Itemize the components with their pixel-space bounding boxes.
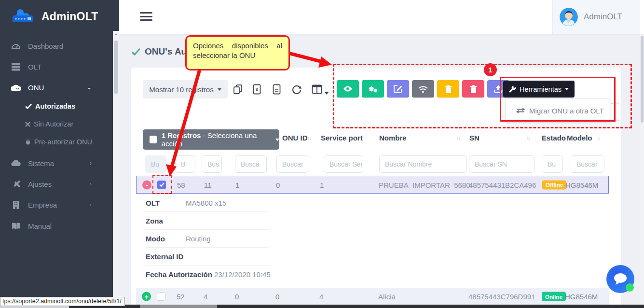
migrate-arrows-icon	[516, 108, 525, 113]
sidebar-item-dashboard[interactable]: Dashboard	[0, 39, 113, 53]
user-menu[interactable]: AdminOLT	[552, 0, 640, 34]
sort-icon[interactable]: ↑↓	[456, 135, 460, 141]
column-header-nombre[interactable]: Nombre	[379, 134, 407, 142]
check-icon	[25, 103, 32, 109]
row-checkbox-unchecked[interactable]	[157, 292, 165, 301]
selection-action-dropdown[interactable]: 1 Registros - Selecciona una acción	[143, 129, 279, 150]
chevron-right-icon: ›	[90, 181, 92, 187]
caret-down-icon[interactable]	[325, 88, 329, 97]
brand-name: AdminOLT	[41, 10, 98, 23]
sidebar-subitem-label: Sin Autorizar	[34, 120, 73, 128]
sidebar-item-autorizadas[interactable]: Autorizadas	[25, 100, 75, 112]
vertical-scrollbar[interactable]	[640, 34, 644, 305]
wrench-icon	[509, 85, 516, 93]
sidebar-item-label: Dashboard	[28, 42, 63, 50]
cell-modelo: HG8546M	[565, 293, 598, 301]
chat-widget-button[interactable]	[606, 265, 634, 293]
cell-c2: 4	[204, 293, 207, 301]
row-checkbox-checked[interactable]	[157, 181, 166, 189]
user-name: AdminOLT	[584, 12, 622, 22]
filter-input-estado[interactable]	[542, 155, 563, 173]
tools-dropdown-menu: Migrar ONU a otra OLT	[505, 98, 610, 123]
filter-input-onu-id[interactable]	[276, 155, 308, 173]
soft-delete-onu-button[interactable]	[437, 80, 459, 98]
avatar	[560, 8, 578, 26]
filter-input-4[interactable]	[235, 155, 267, 173]
detail-row-modo: Modo Routing	[137, 230, 475, 248]
sort-icon[interactable]: ↑↓	[353, 135, 356, 141]
chevron-down-icon: ⌄	[87, 84, 92, 91]
cell-c2: 11	[204, 181, 212, 189]
filter-input-1[interactable]	[145, 155, 166, 173]
brand-logo[interactable]: AdminOLT	[10, 7, 98, 26]
sidebar-item-pre-autorizar-onu[interactable]: Pre-autorizar ONU	[25, 136, 92, 148]
sidebar-scrollbar[interactable]: ⌃	[113, 31, 119, 308]
row-details: OLT MA5800 x15 Zona Modo Routing Externa…	[137, 194, 475, 283]
menu-toggle-icon[interactable]	[140, 12, 152, 22]
onu-device-icon	[11, 84, 21, 91]
file-export-icon[interactable]	[273, 84, 283, 95]
caret-down-icon	[565, 88, 569, 90]
sort-icon[interactable]: ↑↓	[597, 135, 600, 141]
cell-c1: 52	[177, 293, 185, 301]
filter-input-sn[interactable]	[469, 155, 534, 173]
column-header-onu-id[interactable]: ONU ID	[282, 134, 308, 142]
filter-input-nombre[interactable]	[379, 155, 467, 173]
sidebar-item-empresa[interactable]: Empresa ›	[0, 197, 113, 212]
cell-c3: 1	[235, 181, 239, 189]
filter-input-3[interactable]	[202, 155, 222, 173]
book-icon	[11, 223, 21, 230]
sidebar-item-olt[interactable]: OLT	[0, 59, 113, 74]
horizontal-scrollbar-thumb[interactable]	[140, 305, 217, 308]
column-header-sn[interactable]: SN	[469, 134, 480, 142]
sidebar-item-onu[interactable]: ONU ⌄	[0, 80, 113, 95]
show-records-dropdown[interactable]: Mostrar 10 registros	[143, 80, 228, 98]
sort-icon[interactable]: ↑↓	[307, 135, 311, 141]
sidebar-scrollbar-thumb[interactable]	[114, 41, 118, 94]
wifi-onu-button[interactable]	[412, 80, 434, 98]
delete-onu-button[interactable]	[462, 80, 484, 98]
tools-dropdown-button[interactable]: Herramientas	[503, 81, 575, 98]
sidebar-item-sin-autorizar[interactable]: Sin Autorizar	[25, 118, 73, 130]
refresh-icon[interactable]	[291, 84, 302, 95]
filter-input-modelo[interactable]	[571, 155, 604, 173]
cell-c3: 0	[235, 293, 239, 301]
cell-onu-id: 0	[276, 181, 280, 189]
excel-export-icon[interactable]: x	[253, 84, 263, 95]
menu-item-migrar-onu[interactable]: Migrar ONU a otra OLT	[516, 107, 604, 115]
upload-icon	[494, 85, 503, 93]
sidebar-item-sistema[interactable]: Sistema ›	[0, 156, 113, 170]
scroll-up-arrow-icon[interactable]: ⌃	[113, 31, 119, 40]
filter-input-2[interactable]	[175, 155, 195, 173]
chat-bubble-icon	[613, 273, 628, 285]
copy-icon[interactable]	[233, 84, 244, 95]
cell-sn: 48575443C796D991	[468, 293, 535, 301]
sidebar-item-ajustes[interactable]: Ajustes ›	[0, 177, 113, 191]
collapse-row-icon[interactable]: -	[142, 180, 151, 189]
cell-nombre: PRUEBA_IMPORTAR_5680	[379, 181, 470, 189]
cell-modelo: HG8546M	[565, 181, 598, 189]
column-header-modelo[interactable]: Modelo	[567, 134, 592, 142]
filter-input-service-port[interactable]	[324, 155, 363, 173]
sidebar-item-label: Manual	[28, 222, 52, 230]
sidebar-item-label: OLT	[28, 63, 41, 71]
page-title: ONU's Aut	[131, 46, 190, 57]
table-row-selected[interactable]: - 58 11 1 0 1 PRUEBA_IMPORTAR_5680 48575…	[136, 176, 609, 194]
edit-onu-button[interactable]	[387, 80, 409, 98]
trash-icon	[470, 85, 477, 93]
vertical-scrollbar-thumb[interactable]	[641, 36, 644, 123]
column-header-estado[interactable]: Estado	[542, 134, 566, 142]
table-row[interactable]: + 52 4 0 0 4 Alicia 48575443C796D991 Onl…	[136, 288, 609, 305]
column-visibility-icon[interactable]	[312, 84, 322, 95]
services-onu-button[interactable]	[362, 80, 384, 98]
sidebar-item-manual[interactable]: Manual	[0, 219, 113, 233]
detail-row-fecha-autorizacion: Fecha Autorización 23/12/2020 10:45	[137, 266, 475, 283]
view-onu-button[interactable]	[337, 80, 359, 98]
column-header-service-port[interactable]: Service port	[321, 134, 363, 142]
topbar: AdminOLT	[119, 0, 644, 34]
adminolt-app: AdminOLT Dashboard OLT ONU ⌄ Autorizadas	[0, 0, 644, 308]
cell-onu-id: 0	[275, 293, 279, 301]
sort-icon[interactable]: ↑↓	[526, 135, 530, 141]
select-all-checkbox[interactable]	[150, 136, 157, 143]
expand-row-icon[interactable]: +	[142, 292, 151, 301]
